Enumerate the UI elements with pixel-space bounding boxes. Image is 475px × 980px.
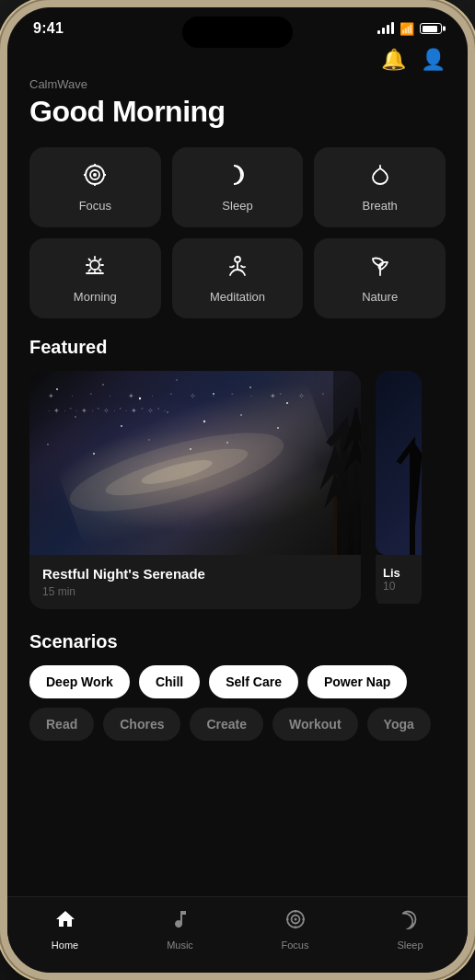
svg-point-22 <box>176 379 177 380</box>
nav-item-music[interactable]: Music <box>153 908 208 951</box>
bottom-nav: Home Music <box>7 896 468 973</box>
wifi-icon: 📶 <box>400 22 414 36</box>
sleep-label: Sleep <box>222 199 252 213</box>
svg-point-28 <box>167 411 168 412</box>
focus-nav-icon <box>284 908 307 936</box>
scenarios-row-2: Read Chores Create Workout Yoga <box>7 708 468 750</box>
category-card-nature[interactable]: Nature <box>314 238 446 318</box>
dynamic-island <box>182 17 293 48</box>
nature-icon <box>367 253 393 282</box>
nav-focus-label: Focus <box>282 940 309 951</box>
svg-line-13 <box>99 270 101 271</box>
phone-screen: 9:41 📶 🔔 👤 <box>7 7 468 973</box>
svg-point-21 <box>139 398 141 399</box>
scenarios-section-title: Scenarios <box>7 631 468 665</box>
scenario-self-care[interactable]: Self Care <box>209 665 298 698</box>
nav-item-focus[interactable]: Focus <box>268 908 323 951</box>
breath-icon <box>367 162 393 191</box>
svg-point-27 <box>121 425 122 427</box>
status-time: 9:41 <box>33 20 64 37</box>
scenario-chill[interactable]: Chill <box>139 665 200 698</box>
svg-point-25 <box>286 402 288 404</box>
category-card-focus[interactable]: Focus <box>29 147 161 227</box>
svg-point-2 <box>93 173 97 177</box>
sleep-icon <box>225 162 250 191</box>
featured-card-2-count: 10 <box>383 580 414 593</box>
scenario-yoga[interactable]: Yoga <box>367 708 431 741</box>
notification-icon[interactable]: 🔔 <box>381 50 406 70</box>
svg-point-23 <box>213 393 214 395</box>
nav-sleep-label: Sleep <box>397 940 423 951</box>
svg-point-19 <box>56 388 58 390</box>
scenario-create[interactable]: Create <box>190 708 263 741</box>
scenarios-row-1: Deep Work Chill Self Care Power Nap <box>7 665 468 708</box>
nav-music-label: Music <box>167 940 193 951</box>
sleep-nav-icon <box>400 908 422 936</box>
scenarios-section: Scenarios Deep Work Chill Self Care Powe… <box>7 628 468 768</box>
category-card-morning[interactable]: Morning <box>29 238 161 318</box>
greeting: Good Morning <box>29 95 446 129</box>
svg-line-15 <box>89 270 91 271</box>
nav-home-label: Home <box>52 940 78 951</box>
meditation-label: Meditation <box>210 290 265 304</box>
morning-label: Morning <box>74 290 117 304</box>
category-card-breath[interactable]: Breath <box>314 147 446 227</box>
svg-point-24 <box>249 386 251 388</box>
featured-scroll[interactable]: Restful Night's Serenade 15 min <box>7 371 468 628</box>
phone-frame: 9:41 📶 🔔 👤 <box>0 0 475 980</box>
status-icons: 📶 <box>377 22 442 36</box>
scenario-read[interactable]: Read <box>29 708 94 741</box>
svg-point-34 <box>148 439 149 440</box>
featured-title: Restful Night's Serenade <box>42 566 348 582</box>
featured-card-2[interactable]: Lis 10 <box>376 371 422 609</box>
category-grid: Focus Sleep <box>7 147 468 337</box>
svg-line-12 <box>89 259 91 261</box>
breath-label: Breath <box>363 199 398 213</box>
profile-icon[interactable]: 👤 <box>421 50 446 70</box>
svg-point-29 <box>203 421 205 422</box>
featured-info: Restful Night's Serenade 15 min <box>29 555 361 609</box>
featured-duration: 15 min <box>42 585 348 598</box>
home-icon <box>54 908 76 936</box>
featured-image <box>29 371 361 555</box>
featured-section-title: Featured <box>7 337 468 371</box>
morning-icon <box>82 253 108 282</box>
svg-point-31 <box>277 427 279 429</box>
nav-item-sleep[interactable]: Sleep <box>383 908 438 951</box>
svg-point-33 <box>93 453 95 455</box>
header: CalmWave Good Morning <box>7 74 468 147</box>
signal-icon <box>377 23 394 34</box>
battery-icon <box>420 23 442 34</box>
svg-point-42 <box>294 918 296 921</box>
scenario-chores[interactable]: Chores <box>103 708 180 741</box>
music-icon <box>169 908 191 936</box>
featured-card-1[interactable]: Restful Night's Serenade 15 min <box>29 371 361 609</box>
nav-item-home[interactable]: Home <box>38 908 93 951</box>
focus-icon <box>82 162 108 191</box>
scenario-deep-work[interactable]: Deep Work <box>29 665 130 698</box>
category-card-meditation[interactable]: Meditation <box>172 238 304 318</box>
svg-point-30 <box>240 414 242 416</box>
scenario-power-nap[interactable]: Power Nap <box>307 665 407 698</box>
svg-point-32 <box>47 444 49 445</box>
app-name: CalmWave <box>29 77 446 91</box>
svg-point-7 <box>90 260 99 270</box>
category-card-sleep[interactable]: Sleep <box>172 147 304 227</box>
svg-point-20 <box>102 384 104 386</box>
nature-label: Nature <box>362 290 398 304</box>
focus-label: Focus <box>79 199 111 213</box>
featured-card-2-title: Lis <box>383 566 414 580</box>
svg-point-26 <box>75 416 76 418</box>
svg-line-14 <box>99 259 101 261</box>
scenario-workout[interactable]: Workout <box>272 708 358 741</box>
meditation-icon <box>225 253 250 282</box>
svg-point-17 <box>235 257 240 262</box>
scroll-content[interactable]: 🔔 👤 CalmWave Good Morning <box>7 42 468 896</box>
